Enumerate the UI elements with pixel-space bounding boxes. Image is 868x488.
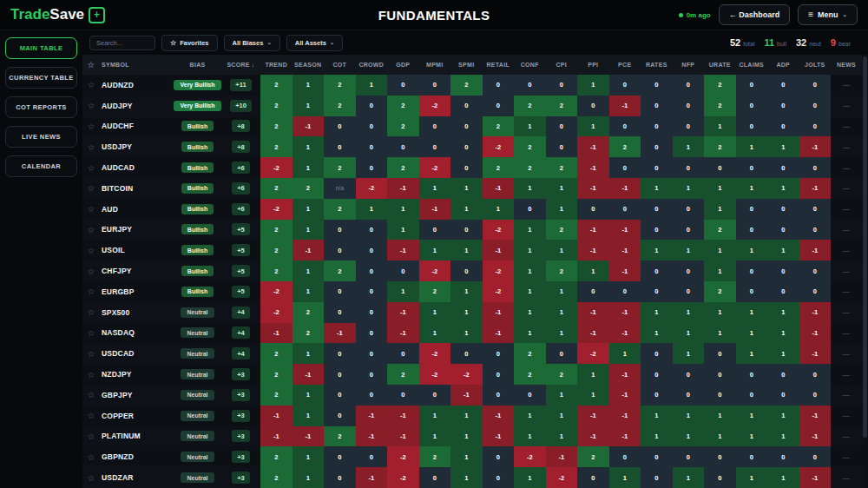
value-cell-nfp: 0 — [673, 281, 705, 302]
value-cell-jolts: -1 — [799, 467, 832, 488]
news-cell[interactable]: — — [831, 343, 862, 364]
favorite-star-icon[interactable]: ☆ — [82, 446, 100, 467]
vertical-scrollbar[interactable] — [862, 55, 868, 488]
favorite-star-icon[interactable]: ☆ — [82, 240, 100, 260]
column-header-jolts[interactable]: JOLTS — [799, 62, 832, 68]
table-row-usoil[interactable]: ☆USOILBullish+52-100-111-111-1-111111-1— — [82, 240, 868, 260]
sidebar-item-calendar[interactable]: CALENDAR — [5, 155, 77, 177]
news-cell[interactable]: — — [831, 199, 862, 220]
table-row-audcad[interactable]: ☆AUDCADBullish+6-21202-20222-10000000— — [82, 157, 868, 178]
sidebar-item-cot-reports[interactable]: COT REPORTS — [5, 96, 77, 118]
bias-filter-select[interactable]: All Biases ⌄ — [224, 35, 280, 51]
news-cell[interactable]: — — [831, 323, 862, 344]
column-header-crowd[interactable]: CROWD — [356, 62, 388, 68]
sidebar-item-live-news[interactable]: LIVE NEWS — [5, 126, 77, 148]
news-cell[interactable]: — — [831, 446, 862, 467]
favorite-star-icon[interactable]: ☆ — [82, 343, 100, 364]
news-cell[interactable]: — — [831, 364, 862, 385]
favorite-star-icon[interactable]: ☆ — [82, 260, 100, 281]
dashboard-button[interactable]: ← Dashboard — [719, 4, 791, 25]
news-cell[interactable]: — — [831, 75, 862, 96]
star-column-header[interactable]: ☆ — [82, 60, 100, 69]
column-header-cot[interactable]: COT — [324, 62, 356, 68]
column-header-cpi[interactable]: CPI — [546, 62, 578, 68]
favorite-star-icon[interactable]: ☆ — [82, 406, 100, 426]
table-row-usdjpy[interactable]: ☆USDJPYBullish+82100000-220-1201211-1— — [82, 136, 868, 157]
column-header-trend[interactable]: TREND — [260, 62, 293, 68]
table-row-platinum[interactable]: ☆PLATINUMNeutral+3-1-12-1-111-111-1-1111… — [82, 426, 868, 447]
column-header-pce[interactable]: PCE — [609, 62, 641, 68]
table-row-nzdjpy[interactable]: ☆NZDJPYNeutral+32-1002-2-20221-1000000— — [82, 364, 868, 385]
table-row-gbpnzd[interactable]: ☆GBPNZDNeutral+32100-2210-2-120000000— — [82, 446, 868, 467]
news-cell[interactable]: — — [831, 157, 862, 178]
column-header-season[interactable]: SEASON — [293, 62, 325, 68]
column-header-conf[interactable]: CONF — [514, 62, 546, 68]
news-cell[interactable]: — — [831, 406, 862, 426]
column-header-adp[interactable]: ADP — [767, 62, 799, 68]
table-row-usdzar[interactable]: ☆USDZARNeutral+3210-1-20101-20101011-1— — [82, 467, 868, 488]
news-column-header[interactable]: NEWS — [831, 62, 862, 68]
news-cell[interactable]: — — [831, 426, 862, 447]
news-cell[interactable]: — — [831, 385, 862, 406]
app-logo[interactable]: TradeSave + — [10, 6, 105, 23]
column-header-mpmi[interactable]: MPMI — [419, 62, 451, 68]
favorite-star-icon[interactable]: ☆ — [82, 364, 100, 385]
asset-filter-select[interactable]: All Assets ⌄ — [286, 35, 343, 51]
scrollbar-thumb[interactable] — [863, 56, 867, 438]
symbol-column-header[interactable]: SYMBOL — [100, 62, 174, 68]
table-row-audchf[interactable]: ☆AUDCHFBullish+82-10020021010001000— — [82, 116, 868, 137]
favorite-star-icon[interactable]: ☆ — [82, 323, 100, 344]
search-input[interactable] — [89, 36, 155, 50]
favorite-star-icon[interactable]: ☆ — [82, 136, 100, 157]
column-header-retail[interactable]: RETAIL — [483, 62, 515, 68]
news-cell[interactable]: — — [831, 240, 862, 260]
favorite-star-icon[interactable]: ☆ — [82, 467, 100, 488]
menu-button[interactable]: ≡ Menu ⌄ — [798, 4, 858, 25]
table-row-audjpy[interactable]: ☆AUDJPYVery Bullish+1021202-200220-10020… — [82, 96, 868, 116]
favorite-star-icon[interactable]: ☆ — [82, 157, 100, 178]
table-row-spx500[interactable]: ☆SPX500Neutral+4-2200-111-111-1-111111-1… — [82, 302, 868, 323]
favorite-star-icon[interactable]: ☆ — [82, 96, 100, 116]
table-row-bitcoin[interactable]: ☆BITCOINBullish+622n/a-2-111-111-1-11111… — [82, 178, 868, 199]
table-row-eurjpy[interactable]: ☆EURJPYBullish+52100100-212-1-1002000— — [82, 220, 868, 241]
column-header-urate[interactable]: URATE — [704, 62, 736, 68]
sidebar-item-currency-table[interactable]: CURRENCY TABLE — [5, 67, 77, 89]
favorite-star-icon[interactable]: ☆ — [82, 385, 100, 406]
news-cell[interactable]: — — [831, 136, 862, 157]
column-header-claims[interactable]: CLAIMS — [736, 62, 768, 68]
column-header-nfp[interactable]: NFP — [673, 62, 705, 68]
table-row-chfjpy[interactable]: ☆CHFJPYBullish+521200-20-2121-1001000— — [82, 260, 868, 281]
favorite-star-icon[interactable]: ☆ — [82, 220, 100, 241]
score-column-header[interactable]: SCORE ↓ — [221, 62, 260, 68]
favorite-star-icon[interactable]: ☆ — [82, 116, 100, 137]
favorite-star-icon[interactable]: ☆ — [82, 75, 100, 96]
column-header-rates[interactable]: RATES — [641, 62, 673, 68]
favorite-star-icon[interactable]: ☆ — [82, 199, 100, 220]
favorite-star-icon[interactable]: ☆ — [82, 178, 100, 199]
favorite-star-icon[interactable]: ☆ — [82, 281, 100, 302]
favorite-star-icon[interactable]: ☆ — [82, 426, 100, 447]
news-cell[interactable]: — — [831, 260, 862, 281]
news-cell[interactable]: — — [831, 467, 862, 488]
news-cell[interactable]: — — [831, 220, 862, 241]
sidebar-item-main-table[interactable]: MAIN TABLE — [5, 37, 77, 59]
news-cell[interactable]: — — [831, 178, 862, 199]
favorite-star-icon[interactable]: ☆ — [82, 302, 100, 323]
news-cell[interactable]: — — [831, 302, 862, 323]
table-row-audnzd[interactable]: ☆AUDNZDVery Bullish+11212100200010002000… — [82, 75, 868, 96]
favorites-button[interactable]: ☆ Favorites — [161, 35, 218, 51]
value-cell-retail: 0 — [483, 385, 515, 406]
bias-column-header[interactable]: BIAS — [174, 62, 221, 68]
table-row-aud[interactable]: ☆AUDBullish+6-21211-1110100001000— — [82, 199, 868, 220]
table-row-nasdaq[interactable]: ☆NASDAQNeutral+4-12-10-111-111-1-111111-… — [82, 323, 868, 344]
column-header-ppi[interactable]: PPI — [577, 62, 609, 68]
news-cell[interactable]: — — [831, 281, 862, 302]
news-cell[interactable]: — — [831, 116, 862, 137]
column-header-spmi[interactable]: SPMI — [450, 62, 483, 68]
news-cell[interactable]: — — [831, 96, 862, 116]
table-row-usdcad[interactable]: ☆USDCADNeutral+421000-20020-2101011-1— — [82, 343, 868, 364]
table-row-copper[interactable]: ☆COPPERNeutral+3-110-1-111-111-1-111111-… — [82, 406, 868, 426]
table-row-eurgbp[interactable]: ☆EURGBPBullish+5-2100121-21100002000— — [82, 281, 868, 302]
table-row-gbpjpy[interactable]: ☆GBPJPYNeutral+3210000-10011-1000000— — [82, 385, 868, 406]
column-header-gdp[interactable]: GDP — [387, 62, 419, 68]
